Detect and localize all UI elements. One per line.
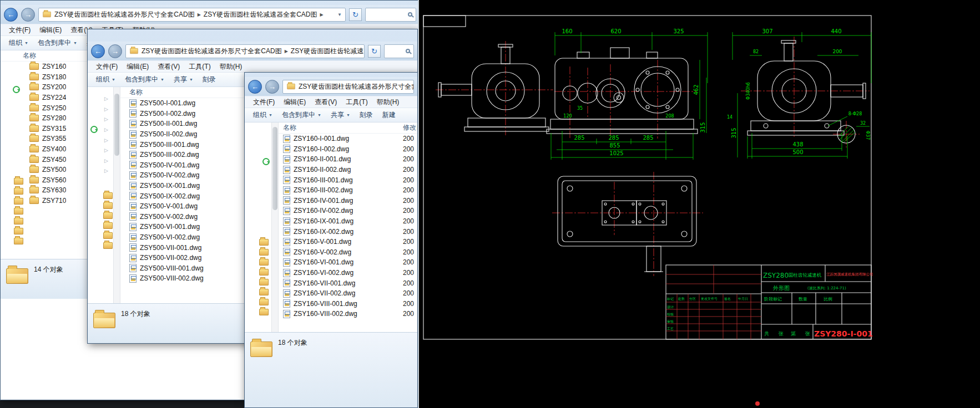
list-item[interactable]: ZSY160-VII-001.dwg 200 <box>279 278 417 288</box>
list-item[interactable]: ZSY160-VII-002.dwg 200 <box>279 288 417 299</box>
search-box[interactable] <box>384 44 414 58</box>
folder-icon[interactable] <box>259 309 269 315</box>
burn-button[interactable]: 刻录 <box>199 73 220 86</box>
organize-button[interactable]: 组织▼ <box>249 109 276 121</box>
include-in-library-button[interactable]: 包含到库中▼ <box>34 37 81 49</box>
scrollbar-thumb[interactable] <box>114 94 119 156</box>
folder-icon[interactable] <box>103 232 113 239</box>
expander-icon[interactable]: ▷ <box>104 145 108 156</box>
menu-file[interactable]: 文件(F) <box>5 24 34 36</box>
refresh-button[interactable]: ↻ <box>349 8 362 21</box>
address-dropdown-icon[interactable]: ▼ <box>337 12 342 17</box>
list-item[interactable]: ZSY160-III-002.dwg 200 <box>279 185 417 196</box>
back-button[interactable]: ← <box>91 44 105 58</box>
list-item[interactable]: ZSY160-VI-001.dwg 200 <box>279 257 417 268</box>
folder-icon[interactable] <box>103 202 113 209</box>
new-button[interactable]: 新建 <box>378 109 400 121</box>
menu-tools[interactable]: 工具(T) <box>342 96 371 108</box>
share-button[interactable]: 共享▼ <box>327 109 354 121</box>
chevron-right-icon[interactable]: ▶ <box>320 12 324 17</box>
expander-icon[interactable]: ▷ <box>104 125 108 135</box>
name-column-header[interactable]: 名称 <box>283 123 296 132</box>
folder-icon[interactable] <box>259 299 269 305</box>
window-title-strip[interactable] <box>88 29 417 42</box>
menu-edit[interactable]: 编辑(E) <box>123 61 153 73</box>
folder-icon[interactable] <box>259 239 269 246</box>
expander-icon[interactable]: ▷ <box>104 104 108 115</box>
list-item[interactable]: ZSY160-IX-001.dwg 200 <box>279 216 417 227</box>
share-button[interactable]: 共享▼ <box>170 73 197 86</box>
window-title-strip[interactable] <box>245 73 417 77</box>
list-item[interactable]: ZSY160-V-001.dwg 200 <box>279 237 417 247</box>
menu-file[interactable]: 文件(F) <box>249 96 279 108</box>
breadcrumb-segment[interactable]: ZSY硬齿面圆柱齿轮减速器全套CAD图 <box>291 47 365 56</box>
organize-button[interactable]: 组织▼ <box>92 73 119 86</box>
back-button[interactable]: ← <box>248 80 262 94</box>
folder-icon[interactable] <box>14 238 23 244</box>
folder-icon[interactable] <box>14 228 23 234</box>
menu-help[interactable]: 帮助(H) <box>216 61 246 73</box>
folder-icon[interactable] <box>103 212 113 219</box>
folder-icon[interactable] <box>259 279 269 285</box>
menu-edit[interactable]: 编辑(E) <box>280 96 310 108</box>
forward-button[interactable]: → <box>265 80 279 94</box>
include-in-library-button[interactable]: 包含到库中▼ <box>278 109 325 121</box>
folder-icon[interactable] <box>259 269 269 276</box>
address-box[interactable]: ZSY硬齿面圆柱齿轮减速器外形尺寸全套CAD图 ▶ ZSY硬齿面圆柱齿轮减速器全… <box>125 44 365 58</box>
breadcrumb-segment[interactable]: ZSY硬齿面圆柱齿轮减速器外形尺寸全套CA <box>299 82 414 91</box>
menu-tools[interactable]: 工具(T) <box>185 61 214 73</box>
folder-icon[interactable] <box>103 192 113 199</box>
expander-icon[interactable]: ▷ <box>104 135 108 145</box>
expander-icon[interactable]: ▷ <box>104 156 108 166</box>
folder-icon[interactable] <box>14 198 23 205</box>
breadcrumb-segment[interactable]: ZSY硬齿面圆柱齿轮减速器外形尺寸全套CAD图 <box>54 10 195 19</box>
breadcrumb-segment[interactable]: ZSY硬齿面圆柱齿轮减速器外形尺寸全套CAD图 <box>142 47 282 56</box>
list-item[interactable]: ZSY160-IX-002.dwg 200 <box>279 226 417 237</box>
expander-icon[interactable]: ▷ <box>104 114 108 125</box>
chevron-right-icon[interactable]: ▶ <box>285 49 288 54</box>
organize-button[interactable]: 组织▼ <box>5 37 32 49</box>
menu-help[interactable]: 帮助(H) <box>373 96 403 108</box>
list-item[interactable]: ZSY160-VI-002.dwg 200 <box>279 268 417 278</box>
menu-file[interactable]: 文件(F) <box>92 61 122 73</box>
list-item[interactable]: ZSY160-I-002.dwg 200 <box>279 144 417 155</box>
folder-icon[interactable] <box>103 242 113 249</box>
list-item[interactable]: ZSY160-IV-001.dwg 200 <box>279 196 417 206</box>
refresh-button[interactable]: ↻ <box>368 45 381 58</box>
folder-icon[interactable] <box>103 222 113 229</box>
list-item[interactable]: ZSY160-IV-002.dwg 200 <box>279 206 417 216</box>
list-item[interactable]: ZSY160-VIII-002.dwg 200 <box>279 309 417 319</box>
breadcrumb-segment[interactable]: ZSY硬齿面圆柱齿轮减速器全套CAD图 <box>204 10 317 19</box>
window-title-strip[interactable] <box>1 1 420 5</box>
forward-button[interactable]: → <box>21 8 35 22</box>
folder-icon[interactable] <box>14 178 23 185</box>
list-item[interactable]: ZSY160-II-002.dwg 200 <box>279 165 417 175</box>
name-column-header[interactable]: 名称 <box>23 51 36 60</box>
chevron-right-icon[interactable]: ▶ <box>198 12 201 17</box>
menu-view[interactable]: 查看(V) <box>154 61 184 73</box>
expander-icon[interactable]: ▷ <box>104 166 108 176</box>
scrollbar-thumb[interactable] <box>272 127 277 210</box>
expander-icon[interactable]: ▷ <box>104 94 108 104</box>
address-box[interactable]: ZSY硬齿面圆柱齿轮减速器外形尺寸全套CAD图 ▶ ZSY硬齿面圆柱齿轮减速器全… <box>38 8 346 22</box>
tree-scrollbar[interactable] <box>113 87 120 303</box>
list-item[interactable]: ZSY160-VIII-001.dwg 200 <box>279 299 417 309</box>
address-box[interactable]: ZSY硬齿面圆柱齿轮减速器外形尺寸全套CA <box>282 80 414 94</box>
date-column-header[interactable]: 修改日期 <box>403 123 417 132</box>
folder-icon[interactable] <box>14 218 23 225</box>
menu-edit[interactable]: 编辑(E) <box>36 24 65 36</box>
search-box[interactable] <box>365 8 416 22</box>
back-button[interactable]: ← <box>4 8 18 22</box>
cad-drawing-area[interactable]: 160 620 325 307 440 82 200 120 35 208 28… <box>419 0 980 408</box>
list-item[interactable]: ZSY160-II-001.dwg 200 <box>279 154 417 165</box>
folder-icon[interactable] <box>259 249 269 256</box>
tree-scrollbar[interactable] <box>271 123 279 332</box>
name-column-header[interactable]: 名称 <box>129 88 143 97</box>
list-item[interactable]: ZSY160-I-001.dwg 200 <box>279 134 417 144</box>
forward-button[interactable]: → <box>108 44 122 58</box>
menu-view[interactable]: 查看(V) <box>311 96 341 108</box>
folder-icon[interactable] <box>14 208 23 215</box>
list-item[interactable]: ZSY160-III-001.dwg 200 <box>279 175 417 185</box>
include-in-library-button[interactable]: 包含到库中▼ <box>121 73 168 86</box>
burn-button[interactable]: 刻录 <box>356 109 377 121</box>
